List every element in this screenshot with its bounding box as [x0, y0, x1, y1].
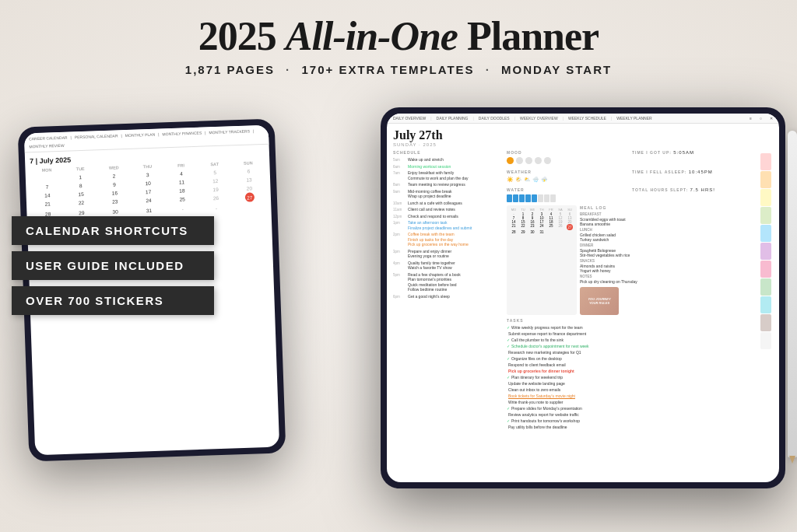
tab-2[interactable] [760, 171, 771, 188]
title-plain-end: Planner [458, 14, 599, 58]
tab-1[interactable] [760, 153, 771, 170]
tab-8[interactable] [760, 278, 771, 296]
feature-badges: CALENDAR SHORTCUTS USER GUIDE INCLUDED O… [12, 216, 214, 315]
schedule-label: SCHEDULE [393, 150, 502, 155]
page-container: 2025 All-in-One Planner 1,871 PAGES · 17… [0, 0, 797, 532]
planner-nav: DAILY OVERVIEW| DAILY PLANNING| DAILY DO… [387, 114, 779, 124]
planner-body: July 27th SUNDAY · 2025 SCHEDULE 5amWake… [387, 124, 779, 477]
tab-10[interactable] [760, 314, 771, 331]
tab-3[interactable] [760, 189, 771, 206]
planner-main: July 27th SUNDAY · 2025 SCHEDULE 5amWake… [387, 124, 779, 477]
planner-tabs [759, 150, 773, 471]
tab-5[interactable] [760, 225, 771, 242]
badge-stickers: OVER 700 STICKERS [12, 286, 214, 315]
planner-date: July 27th [393, 128, 773, 142]
title-plain-start: 2025 [198, 14, 286, 58]
tab-4[interactable] [760, 207, 771, 224]
tab-7[interactable] [760, 261, 771, 278]
planner-date-sub: SUNDAY · 2025 [393, 142, 773, 147]
planner-schedule: SCHEDULE 5amWake up and stretch 6amMorni… [393, 150, 502, 471]
right-tablet: DAILY OVERVIEW| DAILY PLANNING| DAILY DO… [381, 107, 785, 488]
tab-11[interactable] [760, 332, 771, 349]
planner-right-content: MOOD [507, 150, 754, 471]
apple-pencil [788, 131, 797, 457]
tablets-area: CAREER CALENDAR| PERSONAL CALENDAR| MONT… [0, 115, 797, 532]
badge-calendar-shortcuts: CALENDAR SHORTCUTS [12, 216, 214, 245]
title-area: 2025 All-in-One Planner 1,871 PAGES · 17… [0, 0, 797, 76]
planner-sections: SCHEDULE 5amWake up and stretch 6amMorni… [393, 150, 773, 471]
tab-9[interactable] [760, 296, 771, 313]
tasks-section: TASKS ✓ Write weekly progress report for… [507, 318, 754, 471]
right-tablet-screen: DAILY OVERVIEW| DAILY PLANNING| DAILY DO… [387, 114, 779, 482]
subtitle: 1,871 PAGES · 170+ EXTRA TEMPLATES · MON… [0, 63, 797, 76]
badge-user-guide: USER GUIDE INCLUDED [12, 251, 214, 280]
tab-6[interactable] [760, 243, 771, 260]
calendar-days: - 1 2 3 4 5 6 7 8 9 10 11 12 13 [30, 166, 267, 219]
main-title: 2025 All-in-One Planner [0, 14, 797, 58]
title-italic: All-in-One [286, 14, 458, 58]
